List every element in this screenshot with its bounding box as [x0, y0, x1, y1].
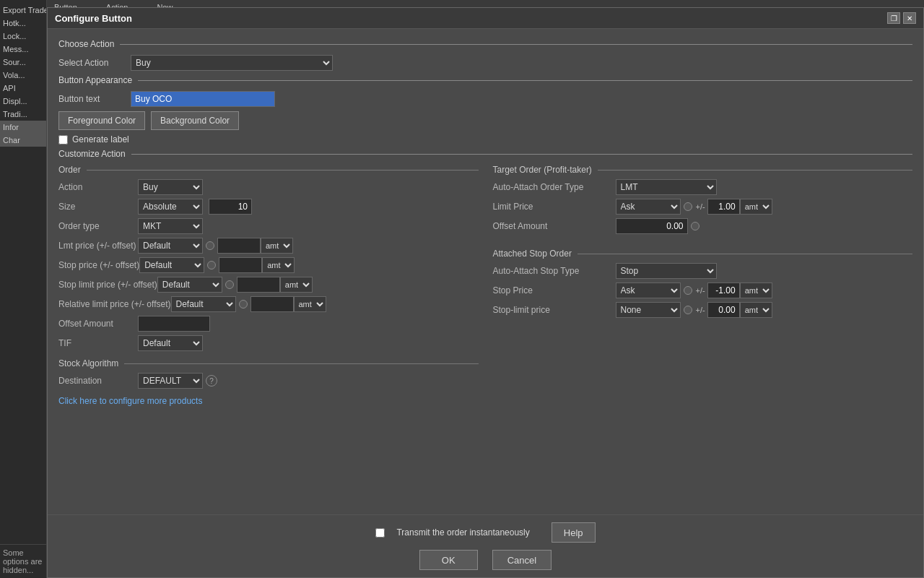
- color-buttons-row: Foreground Color Background Color: [58, 111, 912, 130]
- auto-attach-stop-label: Auto-Attach Stop Type: [493, 266, 616, 276]
- configure-link-row: Click here to configure more products: [58, 396, 479, 406]
- size-sub-label: Size: [58, 202, 138, 212]
- right-column: Target Order (Profit-taker) Auto-Attach …: [493, 165, 913, 410]
- sidebar-item-infor[interactable]: Infor: [0, 121, 46, 134]
- order-section-header: Order: [58, 165, 479, 175]
- help-button[interactable]: Help: [552, 522, 596, 543]
- limit-price-row: Limit Price Ask Bid +/- amt: [493, 199, 913, 215]
- auto-attach-order-label: Auto-Attach Order Type: [493, 182, 616, 192]
- sidebar-item-char[interactable]: Char: [0, 134, 46, 147]
- select-action-row: Select Action Buy Sell Short Cover: [58, 55, 912, 71]
- order-action-dropdown[interactable]: Buy Sell: [138, 179, 203, 195]
- size-type-dropdown[interactable]: Absolute Percent: [138, 199, 203, 215]
- offset-amount-label: Offset Amount: [58, 319, 138, 329]
- stop-limit-dropdown[interactable]: Default Ask: [157, 277, 222, 293]
- destination-help-icon[interactable]: ?: [206, 375, 217, 387]
- stop-limit-amt-dropdown[interactable]: amt: [280, 277, 313, 293]
- stop-limit-num-input[interactable]: [707, 302, 740, 318]
- limit-price-num-input[interactable]: [707, 199, 740, 215]
- lmt-radio: [206, 241, 214, 250]
- target-offset-row: Offset Amount: [493, 218, 913, 234]
- select-action-dropdown[interactable]: Buy Sell Short Cover: [131, 55, 333, 71]
- dialog-restore-button[interactable]: ❐: [887, 12, 900, 24]
- sidebar-item-displ[interactable]: Displ...: [0, 95, 46, 108]
- sidebar-item-hotkeys[interactable]: Hotk...: [0, 17, 46, 30]
- sidebar-item-sour[interactable]: Sour...: [0, 56, 46, 69]
- stop-price-num-input[interactable]: [707, 282, 740, 298]
- limit-price-dropdown[interactable]: Ask Bid: [616, 199, 681, 215]
- stop-offset-input[interactable]: [219, 257, 262, 273]
- limit-price-amt-dropdown[interactable]: amt: [740, 199, 772, 215]
- attached-stop-header: Attached Stop Order: [493, 249, 913, 259]
- stop-limit-offset-input[interactable]: [237, 277, 280, 293]
- sidebar-item-vola[interactable]: Vola...: [0, 69, 46, 82]
- offset-amount-input[interactable]: [138, 316, 210, 332]
- stop-limit-amt-dropdown[interactable]: amt: [740, 302, 772, 318]
- order-type-row: Order type MKT LMT STP: [58, 218, 479, 234]
- tif-dropdown[interactable]: Default DAY GTC: [138, 335, 203, 351]
- size-row: Size Absolute Percent: [58, 199, 479, 215]
- action-row: Action Buy Sell: [58, 179, 479, 195]
- tif-label: TIF: [58, 338, 138, 348]
- target-offset-input[interactable]: [616, 218, 688, 234]
- sidebar-item-mess[interactable]: Mess...: [0, 43, 46, 56]
- size-value-input[interactable]: [209, 199, 252, 215]
- sidebar: Export Trade Reports Hotk... Lock... Mes…: [0, 0, 47, 578]
- button-text-label: Button text: [58, 94, 131, 104]
- stop-price-dropdown[interactable]: Default Ask: [139, 257, 204, 273]
- button-text-input[interactable]: [131, 91, 275, 107]
- rel-limit-dropdown[interactable]: Default Ask: [171, 296, 236, 312]
- sidebar-item-export[interactable]: Export Trade Reports: [0, 4, 46, 17]
- auto-attach-order-row: Auto-Attach Order Type LMT MKT: [493, 179, 913, 195]
- transmit-row: Transmit the order instantaneously Help: [58, 522, 912, 543]
- stop-price-attached-dropdown[interactable]: Ask Bid: [616, 282, 681, 298]
- order-type-dropdown[interactable]: MKT LMT STP: [138, 218, 203, 234]
- stop-price-attached-row: Stop Price Ask Bid +/- amt: [493, 282, 913, 298]
- dialog-title: Configure Button: [55, 13, 132, 24]
- lmt-offset-input[interactable]: [217, 238, 261, 254]
- button-text-row: Button text: [58, 91, 912, 107]
- stop-limit-price-dropdown[interactable]: None Ask: [616, 302, 681, 318]
- lmt-price-dropdown[interactable]: Default Ask: [138, 238, 203, 254]
- rel-limit-amt-dropdown[interactable]: amt: [294, 296, 326, 312]
- stock-algorithm-header: Stock Algorithm: [58, 358, 479, 368]
- stop-limit-price-row: Stop-limit price None Ask +/- amt: [493, 302, 913, 318]
- tif-row: TIF Default DAY GTC: [58, 335, 479, 351]
- destination-row: Destination DEFAULT SMART ?: [58, 373, 479, 389]
- target-order-header: Target Order (Profit-taker): [493, 165, 913, 175]
- ok-button[interactable]: OK: [419, 550, 478, 570]
- dialog-footer: Transmit the order instantaneously Help …: [48, 514, 923, 577]
- lmt-price-row: Lmt price (+/- offset) Default Ask amt: [58, 238, 479, 254]
- auto-attach-stop-dropdown[interactable]: Stop Stop Limit: [616, 263, 717, 279]
- generate-label-row: Generate label: [58, 134, 912, 144]
- order-section: Order Action Buy Sell Size Absolute: [58, 165, 479, 351]
- foreground-color-button[interactable]: Foreground Color: [58, 111, 145, 130]
- transmit-checkbox[interactable]: [375, 528, 385, 538]
- auto-attach-order-dropdown[interactable]: LMT MKT: [616, 179, 717, 195]
- stop-amt-dropdown[interactable]: amt: [262, 257, 295, 273]
- stop-price-amt-dropdown[interactable]: amt: [740, 282, 772, 298]
- sidebar-item-lock[interactable]: Lock...: [0, 30, 46, 43]
- sidebar-item-tradi[interactable]: Tradi...: [0, 108, 46, 121]
- configure-more-link[interactable]: Click here to configure more products: [58, 396, 202, 406]
- select-action-label: Select Action: [58, 58, 131, 68]
- auto-attach-stop-row: Auto-Attach Stop Type Stop Stop Limit: [493, 263, 913, 279]
- lmt-amt-dropdown[interactable]: amt: [261, 238, 293, 254]
- background-color-button[interactable]: Background Color: [151, 111, 239, 130]
- dialog-titlebar: Configure Button ❐ ✕: [48, 8, 923, 29]
- destination-dropdown[interactable]: DEFAULT SMART: [138, 373, 203, 389]
- action-sub-label: Action: [58, 182, 138, 192]
- dialog-close-button[interactable]: ✕: [903, 12, 916, 24]
- customize-action-header: Customize Action: [58, 149, 912, 159]
- stop-limit-price-radio: [684, 306, 692, 314]
- sidebar-item-api[interactable]: API: [0, 82, 46, 95]
- generate-label-checkbox[interactable]: [58, 135, 68, 144]
- cancel-button[interactable]: Cancel: [492, 550, 552, 570]
- rel-limit-offset-input[interactable]: [250, 296, 294, 312]
- limit-plus-minus: +/-: [696, 202, 705, 211]
- stop-limit-plus-minus: +/-: [696, 306, 705, 314]
- stop-price-label: Stop price (+/- offset): [58, 260, 139, 270]
- sidebar-bottom-text: Some options are hidden...: [0, 544, 46, 578]
- dialog-controls: ❐ ✕: [887, 12, 916, 24]
- button-appearance-header: Button Appearance: [58, 75, 912, 85]
